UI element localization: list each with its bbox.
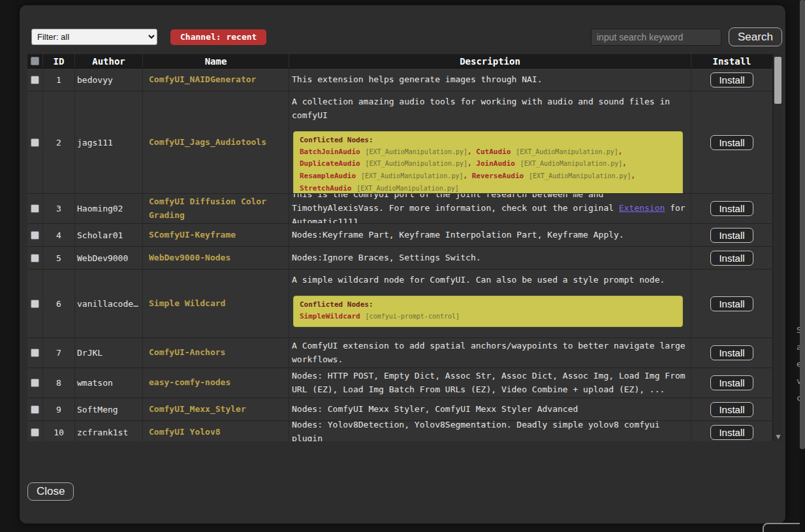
extension-name-link[interactable]: SComfyUI-Keyframe [149,228,236,242]
custom-nodes-manager-dialog: Filter: all Channel: recent Search ID Au… [20,5,785,524]
install-button[interactable]: Install [710,135,753,150]
row-checkbox[interactable] [31,76,39,84]
extension-name-link[interactable]: ComfyUI-Anchors [149,346,225,360]
page-scrollbar-thumb[interactable] [800,0,805,449]
header-author: Author [75,54,143,68]
extension-name-link[interactable]: WebDev9000-Nodes [149,251,230,265]
row-author: WebDev9000 [75,247,143,269]
row-author: Scholar01 [75,224,143,246]
row-checkbox[interactable] [31,254,39,262]
search-input[interactable] [591,29,721,46]
row-description: Nodes:Keyframe Part, Keyframe Interpolat… [289,224,691,246]
row-checkbox[interactable] [31,138,39,147]
page-scrollbar[interactable] [800,0,805,532]
row-id: 7 [43,338,75,368]
header-description: Description [289,54,691,68]
table-scrollbar[interactable]: ▼ [772,54,783,441]
row-checkbox[interactable] [31,300,39,308]
install-button[interactable]: Install [710,228,753,243]
row-description: Nodes: HTTP POST, Empty Dict, Assoc Str,… [289,368,691,398]
row-id: 2 [43,91,75,193]
table-row: 10 zcfrank1st ComfyUI Yolov8 Nodes: Yolo… [27,421,772,441]
row-description: A ComfyUI extension to add spatial ancho… [289,338,691,368]
row-description: Nodes: Yolov8Detection, Yolov8Segmentati… [289,421,691,441]
table-row: 9 SoftMeng ComfyUI_Mexx_Styler Nodes: Co… [27,398,772,421]
row-checkbox[interactable] [31,204,39,213]
conflict-warning-box: Conflicted Nodes: SimpleWildcard [comfyu… [293,296,683,327]
row-description: Nodes: ComfyUI Mexx Styler, ComfyUI Mexx… [289,398,691,420]
row-description: Nodes:Ignore Braces, Settings Switch. [289,247,691,269]
row-description: This is the ComfyUI port of the joint re… [289,194,691,223]
extension-name-link[interactable]: ComfyUI_Jags_Audiotools [149,136,266,149]
header-install: Install [691,54,772,68]
row-author: wmatson [75,368,143,398]
extension-name-link[interactable]: ComfyUI_NAIDGenerator [149,73,256,87]
row-id: 4 [43,224,75,246]
install-button[interactable]: Install [710,345,753,360]
row-id: 6 [43,270,75,337]
row-id: 8 [43,368,75,398]
row-checkbox[interactable] [31,379,39,387]
row-description: This extension helps generate images thr… [289,69,691,91]
install-button[interactable]: Install [710,425,753,440]
table-row: 5 WebDev9000 WebDev9000-Nodes Nodes:Igno… [27,247,772,270]
row-checkbox[interactable] [31,405,39,414]
conflict-label: Conflicted Nodes: [300,300,676,310]
row-author: bedovyy [75,69,143,91]
table-scrollbar-thumb[interactable] [774,57,781,104]
table-row: 8 wmatson easy-comfy-nodes Nodes: HTTP P… [27,368,772,398]
row-author: Haoming02 [75,194,143,223]
table-row: 1 bedovyy ComfyUI_NAIDGenerator This ext… [27,69,772,91]
row-id: 5 [43,247,75,269]
table-row: 6 vanillacode… Simple Wildcard A simple … [27,270,772,338]
table-row: 2 jags111 ComfyUI_Jags_Audiotools A coll… [27,91,772,194]
scroll-down-arrow-icon[interactable]: ▼ [773,433,783,440]
row-id: 1 [43,69,75,91]
install-button[interactable]: Install [710,296,753,311]
extensions-table: ID Author Name Description Install 1 bed… [27,54,783,441]
extension-name-link[interactable]: ComfyUI_Mexx_Styler [149,403,246,416]
install-button[interactable]: Install [710,201,753,216]
header-name: Name [143,54,289,68]
row-id: 9 [43,398,75,420]
row-author: jags111 [75,91,143,193]
row-id: 10 [43,421,75,441]
clipped-background-button [763,523,805,532]
table-row: 3 Haoming02 ComfyUI Diffusion Color Grad… [27,194,772,224]
extension-name-link[interactable]: ComfyUI Yolov8 [149,426,221,439]
row-author: zcfrank1st [75,421,143,441]
search-button[interactable]: Search [729,27,782,46]
install-button[interactable]: Install [710,251,753,266]
row-author: DrJKL [75,338,143,368]
channel-badge: Channel: recent [170,29,266,45]
row-id: 3 [43,194,75,223]
table-header-row: ID Author Name Description Install [27,54,772,69]
install-button[interactable]: Install [710,402,753,417]
row-description: A simple wildcard node for ComfyUI. Can … [292,274,687,287]
row-author: SoftMeng [75,398,143,420]
row-checkbox[interactable] [31,428,39,437]
row-description: A collection amazing audio tools for wor… [292,95,687,123]
row-checkbox[interactable] [31,231,39,240]
extension-name-link[interactable]: ComfyUI Diffusion Color Grading [149,195,286,223]
row-checkbox[interactable] [31,349,39,357]
table-row: 4 Scholar01 SComfyUI-Keyframe Nodes:Keyf… [27,224,772,247]
external-extension-link[interactable]: Extension [619,203,665,213]
close-button[interactable]: Close [27,482,74,501]
extension-name-link[interactable]: easy-comfy-nodes [149,376,230,390]
select-all-checkbox[interactable] [31,57,39,65]
extension-name-link[interactable]: Simple Wildcard [149,297,225,311]
table-row: 7 DrJKL ComfyUI-Anchors A ComfyUI extens… [27,338,772,368]
conflict-warning-box: Conflicted Nodes: BatchJoinAudio [EXT_Au… [293,131,683,193]
filter-select[interactable]: Filter: all [31,29,157,45]
install-button[interactable]: Install [710,72,753,87]
header-id: ID [43,54,75,68]
conflict-label: Conflicted Nodes: [300,135,676,146]
install-button[interactable]: Install [710,375,753,390]
row-author: vanillacode… [75,270,143,337]
